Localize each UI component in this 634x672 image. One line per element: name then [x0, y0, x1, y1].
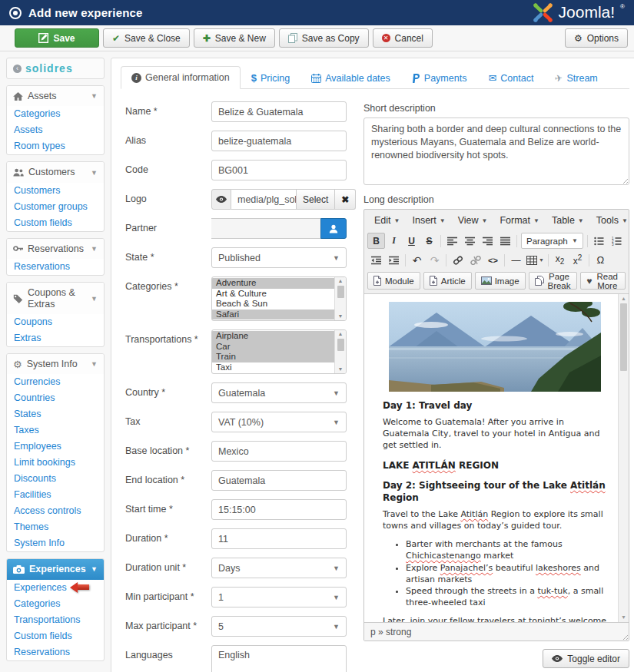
- underline-button[interactable]: U: [403, 233, 420, 249]
- tab-payments[interactable]: Payments: [401, 66, 478, 89]
- bold-button[interactable]: B: [367, 233, 385, 249]
- scroll-down-icon[interactable]: ▼: [621, 613, 626, 622]
- menu-tools[interactable]: Tools▼: [591, 213, 633, 228]
- logo-select-button[interactable]: Select: [296, 189, 335, 210]
- redo-button[interactable]: ↷: [426, 252, 443, 268]
- country-select[interactable]: Guatemala▼: [211, 382, 347, 403]
- sidebar-item-experiences[interactable]: Experiences: [7, 580, 104, 596]
- insert-page-break-button[interactable]: Page Break: [529, 272, 578, 290]
- options-button[interactable]: ⚙ Options: [565, 28, 628, 48]
- sidebar-panel-header-assets[interactable]: Assets▼: [7, 86, 104, 106]
- option-bus[interactable]: Bus: [212, 372, 334, 373]
- scroll-up-icon[interactable]: ▲: [338, 277, 344, 285]
- sidebar-item-assets[interactable]: Assets: [7, 122, 104, 138]
- languages-textarea[interactable]: English: [211, 645, 347, 672]
- menu-view[interactable]: View▼: [453, 213, 493, 228]
- sidebar-item-custom-fields[interactable]: Custom fields: [7, 215, 104, 231]
- end-location-input[interactable]: Guatemala: [211, 470, 347, 491]
- sidebar-item-reservations[interactable]: Reservations: [7, 644, 104, 660]
- subscript-button[interactable]: x2: [551, 252, 569, 268]
- categories-multiselect[interactable]: AdventureArt & CultureBeach & SunSafariF…: [211, 276, 347, 321]
- start-time-input[interactable]: 15:15:00: [211, 499, 347, 520]
- horizontal-rule-button[interactable]: —: [507, 252, 525, 268]
- sidebar-item-extras[interactable]: Extras: [7, 330, 104, 346]
- align-right-button[interactable]: [479, 233, 496, 249]
- option-car[interactable]: Car: [212, 342, 334, 353]
- editor-resize-grip-icon[interactable]: [621, 633, 628, 640]
- save-button[interactable]: Save: [15, 28, 99, 48]
- logo-path-input[interactable]: media/plg_solid: [231, 189, 296, 210]
- special-char-button[interactable]: Ω: [592, 252, 609, 268]
- logo-clear-button[interactable]: ✖: [335, 189, 356, 210]
- sidebar-panel-header-experiences[interactable]: Experiences▼: [7, 559, 104, 579]
- tab-available-dates[interactable]: Available dates: [300, 66, 401, 89]
- alias-input[interactable]: belize-guatemala: [211, 131, 347, 151]
- sidebar-item-categories[interactable]: Categories: [7, 596, 104, 612]
- sidebar-item-employees[interactable]: Employees: [7, 439, 104, 455]
- sidebar-panel-header-reservations[interactable]: Reservations▼: [7, 239, 104, 259]
- outdent-button[interactable]: [367, 252, 385, 268]
- align-justify-button[interactable]: [496, 233, 514, 249]
- sidebar-item-taxes[interactable]: Taxes: [7, 422, 104, 439]
- tab-contact[interactable]: ✉Contact: [477, 66, 544, 89]
- toggle-editor-button[interactable]: Toggle editor: [543, 649, 629, 668]
- option-food-drink[interactable]: Food & Drink: [212, 319, 334, 320]
- save-new-button[interactable]: ✚Save & New: [194, 28, 275, 48]
- unlink-button[interactable]: [466, 252, 484, 268]
- align-center-button[interactable]: [461, 233, 479, 249]
- sidebar-item-coupons[interactable]: Coupons: [7, 314, 104, 330]
- preview-eye-button[interactable]: [211, 189, 231, 210]
- sidebar-item-access-controls[interactable]: Access controls: [7, 503, 104, 519]
- option-beach-sun[interactable]: Beach & Sun: [212, 299, 334, 310]
- name-input[interactable]: Belize & Guatemala: [211, 101, 347, 122]
- multiselect-scrollbar[interactable]: ▲▼: [334, 277, 346, 320]
- multiselect-scrollbar[interactable]: ▲▼: [334, 330, 346, 373]
- undo-button[interactable]: ↶: [408, 252, 426, 268]
- code-button[interactable]: <>: [484, 252, 502, 268]
- tab-pricing[interactable]: $Pricing: [241, 66, 300, 89]
- duration-input[interactable]: 11: [211, 528, 347, 549]
- sidebar-item-limit-bookings[interactable]: Limit bookings: [7, 455, 104, 471]
- resize-grip-icon[interactable]: [621, 177, 628, 184]
- scroll-down-icon[interactable]: ▼: [338, 366, 344, 373]
- indent-button[interactable]: [385, 252, 403, 268]
- duration-unit-select[interactable]: Days▼: [211, 558, 347, 578]
- sidebar-item-currencies[interactable]: Currencies: [7, 374, 104, 390]
- partner-input[interactable]: [211, 218, 320, 239]
- base-location-input[interactable]: Mexico: [211, 441, 347, 462]
- superscript-button[interactable]: x2: [569, 252, 586, 268]
- sidebar-item-states[interactable]: States: [7, 406, 104, 422]
- min-participant-select[interactable]: 1▼: [211, 587, 347, 607]
- sidebar-panel-header-coupons-extras[interactable]: Coupons & Extras▼: [7, 283, 104, 314]
- sidebar-item-discounts[interactable]: Discounts: [7, 471, 104, 487]
- sidebar-item-transportations[interactable]: Transportations: [7, 612, 104, 628]
- state-select[interactable]: Published▼: [211, 247, 347, 268]
- menu-edit[interactable]: Edit▼: [369, 213, 405, 228]
- scroll-down-icon[interactable]: ▼: [338, 313, 344, 320]
- sidebar-item-categories[interactable]: Categories: [7, 106, 104, 122]
- italic-button[interactable]: I: [385, 233, 403, 249]
- insert-read-more-button[interactable]: ♥Read More: [580, 272, 626, 290]
- sidebar-item-room-types[interactable]: Room types: [7, 138, 104, 154]
- tax-select[interactable]: VAT (10%)▼: [211, 412, 347, 432]
- menu-format[interactable]: Format▼: [494, 213, 545, 228]
- max-participant-select[interactable]: 5▼: [211, 616, 347, 637]
- code-input[interactable]: BG001: [211, 160, 347, 180]
- insert-article-button[interactable]: Article: [423, 272, 472, 290]
- option-adventure[interactable]: Adventure: [212, 278, 334, 289]
- scroll-up-icon[interactable]: ▲: [338, 330, 344, 338]
- sidebar-item-countries[interactable]: Countries: [7, 390, 104, 406]
- sidebar-item-custom-fields[interactable]: Custom fields: [7, 628, 104, 644]
- cancel-button[interactable]: ✕Cancel: [373, 28, 433, 48]
- sidebar-item-reservations[interactable]: Reservations: [7, 259, 104, 275]
- transportations-multiselect[interactable]: AirplaneCarTrainTaxiBus▲▼: [211, 329, 347, 374]
- option-airplane[interactable]: Airplane: [212, 331, 334, 342]
- scroll-thumb[interactable]: [337, 339, 344, 351]
- sidebar-item-system-info[interactable]: System Info: [7, 535, 104, 551]
- partner-select-user-button[interactable]: [320, 218, 347, 239]
- ordered-list-button[interactable]: 123: [608, 233, 626, 249]
- sidebar-item-customers[interactable]: Customers: [7, 183, 104, 199]
- option-safari[interactable]: Safari: [212, 310, 334, 320]
- sidebar-item-themes[interactable]: Themes: [7, 519, 104, 535]
- editor-scrollbar[interactable]: ▲ ▼: [618, 294, 629, 622]
